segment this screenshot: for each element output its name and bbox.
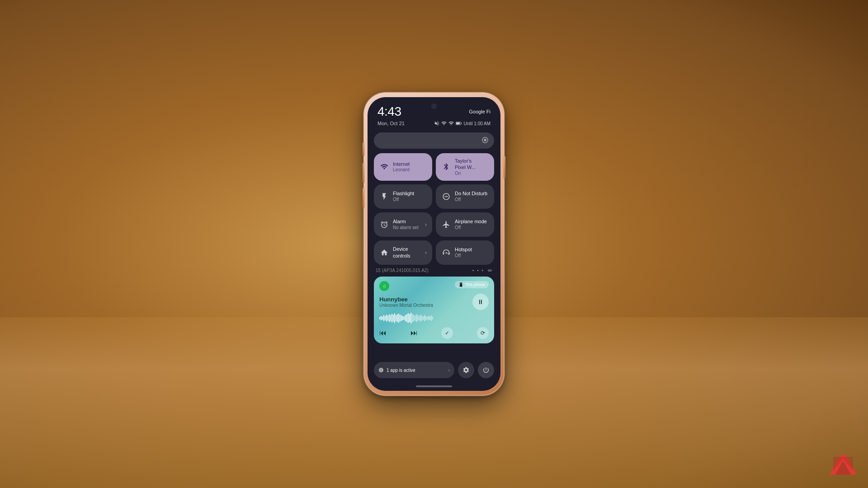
tile-device-text: Device controls xyxy=(393,246,421,259)
tile-internet-label: Internet xyxy=(393,161,427,167)
thumbs-up-button[interactable]: ✓ xyxy=(441,327,453,339)
media-player: ♫ 📱 This phone Hunnybee Unknown Mortal O… xyxy=(374,277,494,343)
tile-dnd-text: Do Not Disturb Off xyxy=(455,190,489,202)
tiles-row-2: Flashlight Off Do Not Disturb xyxy=(374,184,494,209)
tiles-container: Internet Leonard Taylor's Pix xyxy=(368,153,500,265)
tile-dnd[interactable]: Do Not Disturb Off xyxy=(436,184,494,209)
settings-icon xyxy=(462,366,470,374)
alarm-tile-icon xyxy=(379,220,389,230)
media-info-row: Hunnybee Unknown Mortal Orchestra ⏸ xyxy=(374,293,494,313)
active-app-pill[interactable]: 1 app is active › xyxy=(374,362,454,378)
tile-flashlight-label: Flashlight xyxy=(393,190,427,197)
tile-airplane-text: Airplane mode Off xyxy=(455,218,489,230)
phone-wrapper: 4:43 Google Fi Mon, Oct 21 xyxy=(364,93,504,395)
tile-bluetooth-sub: On xyxy=(455,171,483,176)
svg-point-3 xyxy=(484,139,486,141)
home-indicator[interactable] xyxy=(368,382,500,391)
date-row: Mon, Oct 21 xyxy=(368,121,500,131)
active-app-text: 1 app is active xyxy=(387,368,446,373)
skip-forward-button[interactable]: ⏭ xyxy=(410,329,418,337)
media-title: Hunnybee xyxy=(379,296,433,303)
search-bar[interactable] xyxy=(374,132,494,149)
hotspot-tile-icon xyxy=(441,248,451,258)
tile-airplane[interactable]: Airplane mode Off xyxy=(436,212,494,237)
tile-hotspot[interactable]: Hotspot Off xyxy=(436,240,494,265)
volume-up-button[interactable] xyxy=(363,163,364,183)
version-row: 15 (AP3A.241005.015.A2) • • • ✏ xyxy=(368,265,500,277)
tile-alarm-sub: No alarm set xyxy=(393,225,421,230)
tile-bluetooth-label: Taylor's Pixel W... xyxy=(455,158,483,171)
info-icon xyxy=(378,367,384,373)
tile-bluetooth[interactable]: Taylor's Pixel W... On › xyxy=(436,153,494,181)
tiles-row-3: Alarm No alarm set › xyxy=(374,212,494,237)
phone-screen: 4:43 Google Fi Mon, Oct 21 xyxy=(368,97,500,391)
lens-icon xyxy=(481,136,489,145)
power-menu-button[interactable] xyxy=(478,362,494,378)
waveform xyxy=(374,313,494,325)
this-phone-badge: 📱 This phone xyxy=(455,281,489,288)
media-info: Hunnybee Unknown Mortal Orchestra xyxy=(379,296,433,308)
this-phone-text: This phone xyxy=(465,282,485,287)
dnd-tile-icon xyxy=(441,192,451,202)
flashlight-tile-icon xyxy=(379,192,389,202)
battery-icon xyxy=(456,121,462,126)
date-display: Mon, Oct 21 xyxy=(377,121,405,126)
settings-button[interactable] xyxy=(458,362,474,378)
edit-icon[interactable]: ✏ xyxy=(488,267,492,274)
until-text: Until 1:00 AM xyxy=(464,121,491,126)
volume-down-button[interactable] xyxy=(363,188,364,208)
media-artist: Unknown Mortal Orchestra xyxy=(379,303,433,308)
bottom-bar: 1 app is active › xyxy=(368,358,500,382)
tile-alarm-text: Alarm No alarm set xyxy=(393,218,421,230)
signal-icon xyxy=(448,121,454,126)
tile-bluetooth-text: Taylor's Pixel W... On xyxy=(455,158,483,176)
device-arrow: › xyxy=(425,249,427,256)
status-icons: Until 1:00 AM xyxy=(434,121,491,126)
tile-alarm[interactable]: Alarm No alarm set › xyxy=(374,212,432,237)
more-options-button[interactable]: ⟳ xyxy=(477,327,489,339)
power-icon xyxy=(482,366,490,374)
media-controls-row: ⏮ ⏭ ✓ ⟳ xyxy=(374,325,494,343)
spotify-icon: ♫ xyxy=(379,281,389,291)
tile-hotspot-text: Hotspot Off xyxy=(455,246,489,258)
tile-airplane-sub: Off xyxy=(455,225,489,230)
tile-internet-sub: Leonard xyxy=(393,167,427,173)
tile-internet-text: Internet Leonard xyxy=(393,161,427,173)
active-app-arrow: › xyxy=(448,368,450,373)
wifi-tile-icon xyxy=(379,162,389,172)
carrier-text: Google Fi xyxy=(469,109,491,114)
tile-internet[interactable]: Internet Leonard xyxy=(374,153,432,181)
tile-airplane-label: Airplane mode xyxy=(455,218,489,225)
tile-dnd-label: Do Not Disturb xyxy=(455,190,489,197)
tile-hotspot-sub: Off xyxy=(455,253,489,258)
tiles-row-4: Device controls › Hotspot xyxy=(374,240,494,265)
time-display: 4:43 xyxy=(377,104,401,119)
svg-rect-2 xyxy=(456,122,459,124)
home-bar xyxy=(416,385,452,387)
device-tile-icon xyxy=(379,248,389,258)
svg-rect-1 xyxy=(461,122,461,124)
bluetooth-arrow: › xyxy=(487,164,489,170)
alarm-arrow: › xyxy=(425,221,427,228)
tiles-row-1: Internet Leonard Taylor's Pix xyxy=(374,153,494,181)
tile-flashlight[interactable]: Flashlight Off xyxy=(374,184,432,209)
ap-logo xyxy=(827,452,859,479)
airplane-tile-icon xyxy=(441,220,451,230)
tile-hotspot-label: Hotspot xyxy=(455,246,489,253)
tile-alarm-label: Alarm xyxy=(393,218,421,225)
version-dots: • • • xyxy=(472,268,484,273)
mute-button[interactable] xyxy=(363,142,364,156)
screen-content: 4:43 Google Fi Mon, Oct 21 xyxy=(368,97,500,391)
wifi-status-icon xyxy=(441,121,447,126)
power-button[interactable] xyxy=(504,156,505,178)
status-bar: 4:43 Google Fi xyxy=(368,97,500,121)
phone-frame: 4:43 Google Fi Mon, Oct 21 xyxy=(364,93,504,395)
play-pause-button[interactable]: ⏸ xyxy=(472,294,489,310)
tile-device-controls[interactable]: Device controls › xyxy=(374,240,432,265)
media-top: ♫ 📱 This phone xyxy=(374,277,494,293)
tile-dnd-sub: Off xyxy=(455,197,489,202)
bluetooth-tile-icon xyxy=(441,162,451,172)
version-text: 15 (AP3A.241005.015.A2) xyxy=(376,268,429,273)
tile-flashlight-text: Flashlight Off xyxy=(393,190,427,202)
skip-back-button[interactable]: ⏮ xyxy=(379,329,387,337)
